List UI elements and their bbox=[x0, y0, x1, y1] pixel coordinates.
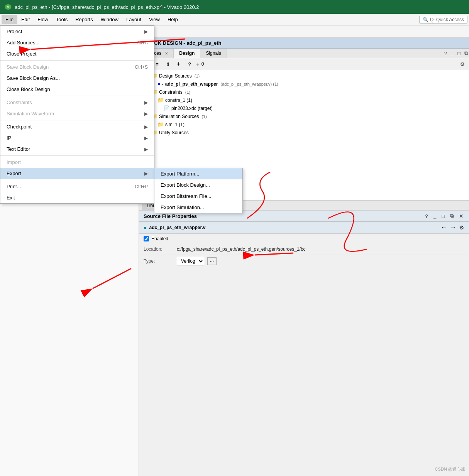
help-icon[interactable]: ? bbox=[443, 51, 448, 56]
menu-save-block-design: Save Block Design Ctrl+S bbox=[0, 61, 154, 73]
minimize-icon[interactable]: _ bbox=[450, 51, 455, 56]
source-file-name: adc_pl_ps_eth_wrapper.v bbox=[149, 225, 205, 230]
enabled-label: Enabled bbox=[151, 236, 168, 241]
tab-bar: Sources ✕ Design Signals ? _ □ ⧉ bbox=[139, 49, 469, 58]
question-btn[interactable]: ? bbox=[185, 60, 194, 68]
menu-add-sources[interactable]: Add Sources... Alt+A bbox=[0, 37, 154, 48]
settings-icon[interactable]: ⚙ bbox=[459, 61, 466, 67]
menu-ip[interactable]: IP ▶ bbox=[0, 132, 154, 143]
close-project-label: Close Project bbox=[7, 51, 148, 57]
tree-constrs1[interactable]: ▼ 📁 constrs_1 (1) bbox=[139, 96, 469, 104]
tree-utility-sources[interactable]: ▶ 📁 Utility Sources bbox=[139, 128, 469, 137]
prop-help-icon[interactable]: ? bbox=[424, 213, 429, 219]
tree-adc-wrapper[interactable]: ▶ ● ▪ adc_pl_ps_eth_wrapper (adc_pl_ps_e… bbox=[139, 80, 469, 88]
export-platform[interactable]: Export Platform... bbox=[154, 168, 242, 179]
sources-close-icon[interactable]: ✕ bbox=[165, 51, 168, 56]
adc-wrapper-file-icon: ▪ bbox=[162, 82, 164, 86]
design-sources-label: Design Sources bbox=[159, 73, 192, 79]
tree-sim-sources[interactable]: ▼ 📁 Simulation Sources (1) bbox=[139, 112, 469, 120]
menu-help[interactable]: Help bbox=[164, 15, 182, 24]
type-label: Type: bbox=[144, 258, 174, 264]
prop-close-icon[interactable]: ✕ bbox=[458, 213, 464, 219]
panel-right-actions: ? _ □ ⧉ bbox=[443, 50, 469, 56]
properties-panel: Source File Properties ? _ □ ⧉ ✕ ● adc_p… bbox=[139, 211, 469, 476]
menu-project[interactable]: Project ▶ bbox=[0, 26, 154, 37]
type-select[interactable]: Verilog bbox=[177, 257, 204, 265]
arrow-left-icon[interactable]: ← bbox=[441, 224, 447, 231]
type-select-row: Verilog ··· bbox=[177, 257, 217, 265]
menu-export[interactable]: Export ▶ Export Platform... Export Block… bbox=[0, 168, 154, 179]
location-label: Location: bbox=[144, 246, 174, 252]
adc-wrapper-sublabel: (adc_pl_ps_eth_wrapper.v) (1) bbox=[220, 82, 278, 86]
expand-collapse-btn[interactable]: ⇕ bbox=[164, 60, 172, 68]
menu-window[interactable]: Window bbox=[97, 15, 122, 24]
dots-button[interactable]: ··· bbox=[207, 257, 217, 265]
quick-access[interactable]: 🔍 Q· Quick Access bbox=[419, 16, 467, 24]
menu-constraints: Constraints ▶ bbox=[0, 97, 154, 108]
checkpoint-label: Checkpoint bbox=[7, 124, 144, 130]
constraints-root-label: Constraints bbox=[159, 89, 183, 95]
menu-print[interactable]: Print... Ctrl+P bbox=[0, 181, 154, 192]
prop-restore-icon[interactable]: □ bbox=[440, 213, 446, 219]
simulation-waveform-label: Simulation Waveform bbox=[7, 111, 144, 116]
export-bitstream-file[interactable]: Export Bitstream File... bbox=[154, 191, 242, 202]
menu-reports[interactable]: Reports bbox=[71, 15, 97, 24]
enabled-checkbox[interactable] bbox=[144, 236, 149, 241]
quick-access-label: Q· Quick Access bbox=[430, 17, 464, 22]
watermark-text: CSDN @遇心凉 bbox=[435, 467, 465, 471]
menu-flow[interactable]: Flow bbox=[34, 15, 52, 24]
menu-save-block-design-as[interactable]: Save Block Design As... bbox=[0, 73, 154, 84]
menu-edit[interactable]: Edit bbox=[17, 15, 34, 24]
prop-gear-icon[interactable]: ⚙ bbox=[459, 224, 464, 231]
menu-close-project[interactable]: Close Project bbox=[0, 48, 154, 59]
csdn-watermark: CSDN @遇心凉 bbox=[435, 466, 465, 472]
export-platform-label: Export Platform... bbox=[161, 171, 199, 177]
tree-design-sources[interactable]: ▼ 📁 Design Sources (1) bbox=[139, 72, 469, 80]
menu-exit[interactable]: Exit bbox=[0, 192, 154, 203]
restore-icon[interactable]: □ bbox=[456, 51, 462, 56]
file-menu-dropdown: Project ▶ Add Sources... Alt+A Close Pro… bbox=[0, 25, 154, 204]
content-area: BLOCK DESIGN - adc_pl_ps_eth Sources ✕ D… bbox=[139, 38, 469, 476]
tree-sim1[interactable]: ▶ 📁 sim_1 (1) bbox=[139, 120, 469, 128]
sep1 bbox=[0, 60, 154, 61]
arrow-right-icon[interactable]: → bbox=[450, 224, 456, 231]
menu-tools[interactable]: Tools bbox=[52, 15, 71, 24]
add-sources-shortcut: Alt+A bbox=[137, 40, 148, 46]
app-icon: V bbox=[5, 3, 12, 10]
count-label: 0 bbox=[201, 61, 204, 67]
tab-signals[interactable]: Signals bbox=[200, 49, 227, 58]
text-editor-label: Text Editor bbox=[7, 146, 144, 152]
tab-toolbar: 🔍 ≡ ⇕ + ? ● 0 ⚙ bbox=[139, 58, 469, 70]
prop-minimize-icon[interactable]: _ bbox=[432, 213, 437, 219]
save-block-design-shortcut: Ctrl+S bbox=[135, 64, 148, 70]
tab-design[interactable]: Design bbox=[174, 49, 200, 58]
export-arrow: ▶ bbox=[144, 171, 148, 176]
menu-layout[interactable]: Layout bbox=[122, 15, 145, 24]
enabled-row: Enabled bbox=[139, 234, 469, 244]
float-icon[interactable]: ⧉ bbox=[463, 50, 469, 56]
block-design-header: BLOCK DESIGN - adc_pl_ps_eth bbox=[139, 38, 469, 49]
sim-sources-count: (1) bbox=[200, 114, 207, 119]
menu-text-editor[interactable]: Text Editor ▶ bbox=[0, 143, 154, 155]
add-btn[interactable]: + bbox=[174, 60, 183, 68]
prop-float-icon[interactable]: ⧉ bbox=[449, 213, 455, 219]
export-block-design[interactable]: Export Block Design... bbox=[154, 179, 242, 191]
menu-view[interactable]: View bbox=[145, 15, 164, 24]
location-value: c:/fpga_share/adc_pl_ps_eth/adc_pl_ps_et… bbox=[177, 246, 306, 252]
tree-constraints[interactable]: ▼ 📁 Constraints (1) bbox=[139, 88, 469, 96]
properties-header-actions: ? _ □ ⧉ ✕ bbox=[424, 213, 464, 219]
menu-checkpoint[interactable]: Checkpoint ▶ bbox=[0, 121, 154, 132]
export-block-design-label: Export Block Design... bbox=[161, 182, 210, 188]
tree-pin2023[interactable]: ▶ 📄 pin2023.xdc (target) bbox=[139, 104, 469, 112]
close-block-design-label: Close Block Design bbox=[7, 86, 148, 92]
ip-arrow: ▶ bbox=[144, 135, 148, 141]
export-simulation[interactable]: Export Simulation... bbox=[154, 202, 242, 213]
print-label: Print... bbox=[7, 184, 119, 189]
project-label: Project bbox=[7, 29, 144, 34]
menu-file[interactable]: File bbox=[2, 15, 17, 24]
import-label: Import bbox=[7, 159, 148, 165]
menu-close-block-design[interactable]: Close Block Design bbox=[0, 84, 154, 95]
exit-label: Exit bbox=[7, 195, 148, 201]
menu-bar: File Edit Flow Tools Reports Window Layo… bbox=[0, 14, 469, 25]
pin2023-file-icon: 📄 bbox=[164, 105, 170, 111]
